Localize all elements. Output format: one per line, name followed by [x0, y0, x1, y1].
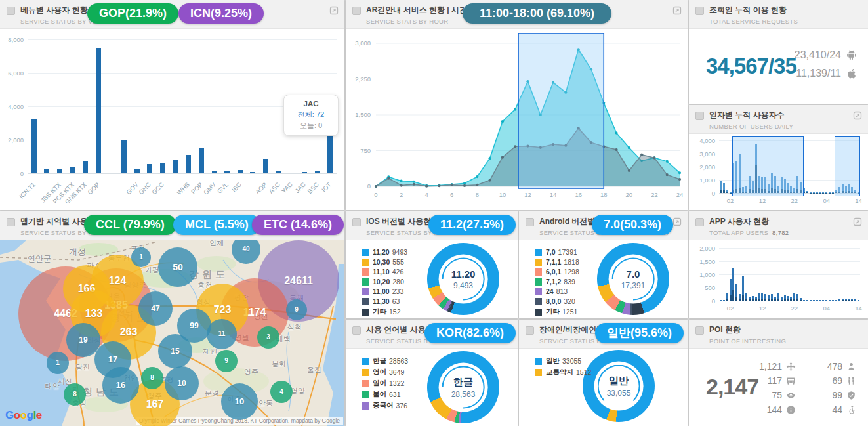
bar-dark[interactable]: [774, 299, 776, 301]
map-bubble[interactable]: 4: [270, 381, 293, 403]
map-bubble[interactable]: 10: [165, 366, 199, 400]
bar-dark[interactable]: [771, 299, 773, 301]
bar-dark[interactable]: [768, 299, 770, 301]
map-bubble[interactable]: 16: [102, 367, 139, 404]
bar[interactable]: [224, 171, 230, 173]
bar[interactable]: [160, 163, 165, 173]
handicap-donut-chart[interactable]: 일반 33,055: [583, 350, 655, 422]
app-users-bar-chart[interactable]: 05001,0001,5002,0000212220414: [689, 240, 868, 318]
bar-dark[interactable]: [790, 299, 792, 301]
bar[interactable]: [238, 170, 243, 173]
bar-dark[interactable]: [851, 300, 853, 301]
map-bubble[interactable]: 11: [207, 319, 237, 349]
bar[interactable]: [96, 48, 101, 173]
bar-dark[interactable]: [735, 297, 737, 301]
bar-dark[interactable]: [793, 299, 795, 301]
panel-checkbox[interactable]: [695, 218, 704, 226]
daily-users-bar-chart[interactable]: 01,0002,0003,0004,0000212220414: [689, 134, 868, 210]
bar[interactable]: [250, 172, 255, 173]
bar-dark[interactable]: [730, 193, 732, 194]
map-bubble[interactable]: 19: [66, 323, 100, 357]
panel-checkbox[interactable]: [7, 7, 15, 15]
expand-icon[interactable]: [853, 111, 862, 123]
bar-dark[interactable]: [787, 299, 789, 301]
bar[interactable]: [121, 140, 127, 173]
bar[interactable]: [276, 171, 281, 173]
panel-checkbox[interactable]: [526, 218, 534, 226]
map-bubble[interactable]: 15: [158, 334, 192, 368]
bar-dark[interactable]: [739, 299, 741, 301]
map-bubble[interactable]: 3: [257, 326, 279, 349]
bar[interactable]: [44, 169, 49, 173]
expand-icon[interactable]: [672, 217, 682, 229]
panel-checkbox[interactable]: [526, 326, 534, 335]
map-bubble[interactable]: 50: [158, 247, 197, 287]
panel-checkbox[interactable]: [352, 326, 361, 335]
map-bubble[interactable]: 10: [221, 383, 258, 420]
highlight-region[interactable]: [518, 33, 604, 188]
bar[interactable]: [186, 155, 191, 173]
expand-icon[interactable]: [672, 6, 682, 18]
map-bubble[interactable]: 9: [286, 299, 307, 320]
bar-dark[interactable]: [726, 299, 728, 301]
bar-dark[interactable]: [742, 295, 744, 301]
google-logo[interactable]: Google: [5, 409, 42, 422]
bar-dark[interactable]: [806, 192, 808, 193]
bar-dark[interactable]: [845, 300, 847, 301]
language-donut-chart[interactable]: 한글 28,563: [427, 351, 499, 423]
bar[interactable]: [199, 148, 204, 173]
bar[interactable]: [302, 172, 307, 173]
hourly-area-chart[interactable]: 07501,5002,2503,000024681012141618202224: [346, 29, 688, 210]
map-bubble[interactable]: 9: [215, 350, 238, 372]
panel-checkbox[interactable]: [352, 7, 361, 15]
bar-dark[interactable]: [842, 300, 844, 301]
map-bubble[interactable]: 40: [232, 240, 260, 264]
bar-dark[interactable]: [784, 299, 786, 301]
bar[interactable]: [109, 173, 114, 173]
panel-checkbox[interactable]: [352, 218, 361, 226]
bar-dark[interactable]: [781, 300, 783, 301]
ios-donut-chart[interactable]: 11.20 9,493: [427, 243, 499, 315]
bar[interactable]: [315, 171, 320, 173]
bar[interactable]: [83, 161, 88, 173]
bar-dark[interactable]: [723, 190, 725, 193]
highlight-region[interactable]: [732, 136, 804, 196]
panel-checkbox[interactable]: [695, 7, 704, 15]
map-bubble[interactable]: 47: [138, 291, 173, 326]
map-bubble[interactable]: 1: [131, 247, 151, 267]
bar-dark[interactable]: [732, 290, 734, 301]
bar-dark[interactable]: [749, 299, 751, 301]
expand-icon[interactable]: [853, 217, 862, 229]
bar[interactable]: [173, 160, 178, 173]
venue-bar-chart[interactable]: JAC 전체: 72 오늘: 0 02,0004,0006,0008,000IC…: [0, 29, 344, 210]
bar[interactable]: [289, 173, 294, 173]
bar-dark[interactable]: [720, 190, 722, 193]
panel-checkbox[interactable]: [7, 218, 15, 226]
map-canvas[interactable]: 개성연안군파주동두천포천가평남양주인제강원도홍천횡성평창정선동해삼척태백영월제천…: [0, 240, 344, 426]
bar-dark[interactable]: [777, 299, 779, 301]
bar-dark[interactable]: [752, 299, 754, 301]
bar-dark[interactable]: [758, 299, 760, 301]
bar-dark[interactable]: [796, 299, 798, 301]
bar[interactable]: [147, 164, 152, 173]
map-bubble[interactable]: 8: [141, 367, 163, 389]
bar-dark[interactable]: [761, 299, 763, 301]
bar-dark[interactable]: [755, 299, 757, 301]
bar-dark[interactable]: [730, 295, 732, 301]
android-donut-chart[interactable]: 7.0 17,391: [597, 243, 669, 315]
bar[interactable]: [31, 119, 37, 173]
bar-dark[interactable]: [745, 299, 747, 301]
bar-dark[interactable]: [726, 192, 728, 193]
bar-dark[interactable]: [848, 300, 850, 301]
bar[interactable]: [212, 171, 217, 173]
bar[interactable]: [263, 159, 268, 173]
highlight-region[interactable]: [835, 136, 860, 196]
map-bubble[interactable]: 8: [64, 383, 86, 406]
bar[interactable]: [134, 169, 140, 173]
expand-icon[interactable]: [329, 6, 339, 18]
bar-dark[interactable]: [764, 299, 766, 301]
map-bubble[interactable]: 1: [47, 352, 69, 374]
bar[interactable]: [57, 169, 62, 173]
bar-dark[interactable]: [800, 300, 802, 301]
panel-checkbox[interactable]: [695, 112, 704, 120]
